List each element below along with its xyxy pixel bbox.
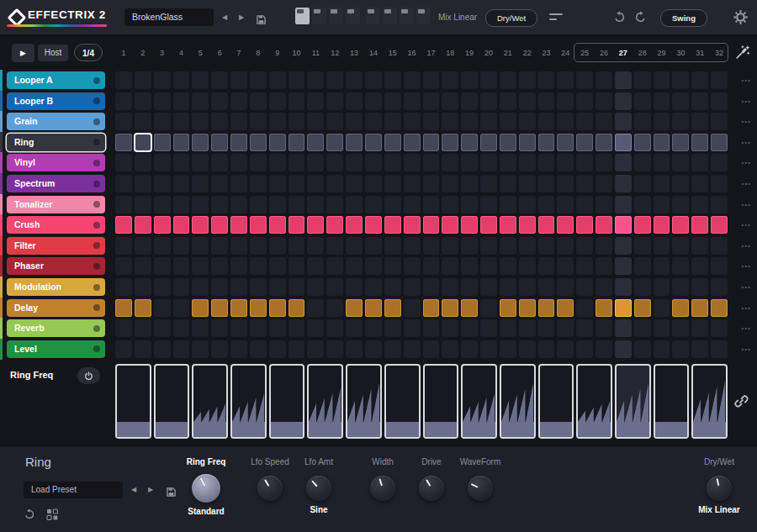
mod-cell-16[interactable] [691,364,728,439]
mod-cell-10[interactable] [461,364,497,439]
step-cell-vinyl-31[interactable] [691,154,708,171]
step-cell-grain-23[interactable] [538,113,555,130]
step-cell-phaser-12[interactable] [326,257,343,275]
step-cell-filter-19[interactable] [461,237,478,255]
step-cell-phaser-28[interactable] [634,257,651,275]
step-cell-reverb-24[interactable] [557,319,574,337]
step-cell-vinyl-12[interactable] [326,154,343,171]
step-cell-tonalizer-11[interactable] [307,196,324,213]
step-cell-phaser-32[interactable] [711,257,728,275]
pattern-slot-1[interactable] [295,8,310,24]
step-cell-modulation-9[interactable] [269,278,286,296]
step-cell-crush-21[interactable] [500,216,516,234]
step-cell-ring-23[interactable] [538,134,555,151]
step-cell-vinyl-24[interactable] [557,154,574,171]
step-cell-reverb-22[interactable] [519,319,536,337]
step-cell-filter-27[interactable] [615,237,632,255]
step-cell-filter-13[interactable] [346,237,363,255]
step-cell-level-30[interactable] [672,340,689,358]
step-cell-modulation-18[interactable] [442,278,458,296]
pattern-slot-6[interactable] [383,8,397,24]
track-label-ring[interactable]: Ring [7,134,105,151]
step-cell-level-7[interactable] [230,340,247,358]
step-cell-looper-a-32[interactable] [711,71,728,89]
step-cell-reverb-31[interactable] [691,319,708,337]
step-cell-ring-5[interactable] [192,134,209,151]
row-menu-button[interactable]: ••• [742,113,751,130]
step-cell-crush-8[interactable] [250,216,267,234]
step-cell-tonalizer-23[interactable] [538,196,555,213]
step-cell-looper-a-24[interactable] [557,71,574,89]
step-cell-reverb-1[interactable] [115,319,132,337]
step-cell-tonalizer-13[interactable] [346,196,363,213]
step-cell-delay-26[interactable] [596,299,612,317]
step-cell-grain-24[interactable] [557,113,574,130]
step-cell-delay-18[interactable] [442,299,458,317]
step-cell-ring-22[interactable] [519,134,536,151]
step-cell-vinyl-10[interactable] [289,154,305,171]
step-cell-delay-27[interactable] [615,299,632,317]
step-cell-vinyl-1[interactable] [115,154,132,171]
step-cell-delay-32[interactable] [711,299,728,317]
step-number-19[interactable]: 19 [461,44,478,61]
step-cell-tonalizer-9[interactable] [269,196,286,213]
gear-icon[interactable] [733,10,748,28]
step-cell-ring-29[interactable] [654,134,670,151]
step-cell-tonalizer-5[interactable] [192,196,209,213]
step-cell-spectrum-32[interactable] [711,175,728,192]
step-cell-vinyl-32[interactable] [711,154,728,171]
step-cell-level-16[interactable] [404,340,421,358]
mod-cell-3[interactable] [192,364,228,439]
row-menu-button[interactable]: ••• [742,196,751,213]
step-cell-ring-17[interactable] [423,134,440,151]
step-cell-filter-4[interactable] [173,237,190,255]
step-cell-reverb-26[interactable] [596,319,612,337]
step-cell-delay-7[interactable] [230,299,247,317]
step-cell-crush-6[interactable] [211,216,228,234]
step-cell-spectrum-21[interactable] [500,175,516,192]
step-cell-looper-b-7[interactable] [230,92,247,110]
mod-cell-2[interactable] [154,364,190,439]
step-cell-looper-b-9[interactable] [269,92,286,110]
step-cell-reverb-3[interactable] [154,319,171,337]
step-cell-modulation-30[interactable] [672,278,689,296]
step-cell-filter-18[interactable] [442,237,458,255]
step-cell-reverb-30[interactable] [672,319,689,337]
pattern-slot-4[interactable] [346,8,360,24]
mix-slider-icon[interactable] [549,13,563,20]
row-menu-button[interactable]: ••• [742,319,751,337]
row-menu-button[interactable]: ••• [742,216,751,234]
step-cell-vinyl-17[interactable] [423,154,440,171]
step-number-5[interactable]: 5 [192,44,209,61]
step-cell-filter-28[interactable] [634,237,651,255]
step-cell-spectrum-16[interactable] [404,175,421,192]
step-cell-filter-2[interactable] [135,237,151,255]
step-cell-filter-21[interactable] [500,237,516,255]
step-cell-crush-7[interactable] [230,216,247,234]
step-cell-grain-30[interactable] [672,113,689,130]
step-cell-reverb-28[interactable] [634,319,651,337]
track-enable-dot[interactable] [93,97,100,104]
step-cell-tonalizer-6[interactable] [211,196,228,213]
step-cell-filter-16[interactable] [404,237,421,255]
step-cell-ring-30[interactable] [672,134,689,151]
step-cell-filter-20[interactable] [480,237,497,255]
mod-cell-13[interactable] [576,364,612,439]
step-cell-looper-b-4[interactable] [173,92,190,110]
step-cell-ring-28[interactable] [634,134,651,151]
step-cell-looper-a-16[interactable] [404,71,421,89]
step-cell-delay-13[interactable] [346,299,363,317]
step-cell-phaser-30[interactable] [672,257,689,275]
step-cell-grain-17[interactable] [423,113,440,130]
step-cell-looper-a-23[interactable] [538,71,555,89]
step-cell-modulation-29[interactable] [654,278,670,296]
step-cell-grain-19[interactable] [461,113,478,130]
step-number-27[interactable]: 27 [615,44,632,61]
track-enable-dot[interactable] [93,181,100,187]
track-label-phaser[interactable]: Phaser [7,257,105,275]
step-cell-ring-10[interactable] [289,134,305,151]
step-cell-looper-a-1[interactable] [115,71,132,89]
step-cell-looper-b-32[interactable] [711,92,728,110]
step-cell-ring-19[interactable] [461,134,478,151]
step-cell-delay-16[interactable] [404,299,421,317]
